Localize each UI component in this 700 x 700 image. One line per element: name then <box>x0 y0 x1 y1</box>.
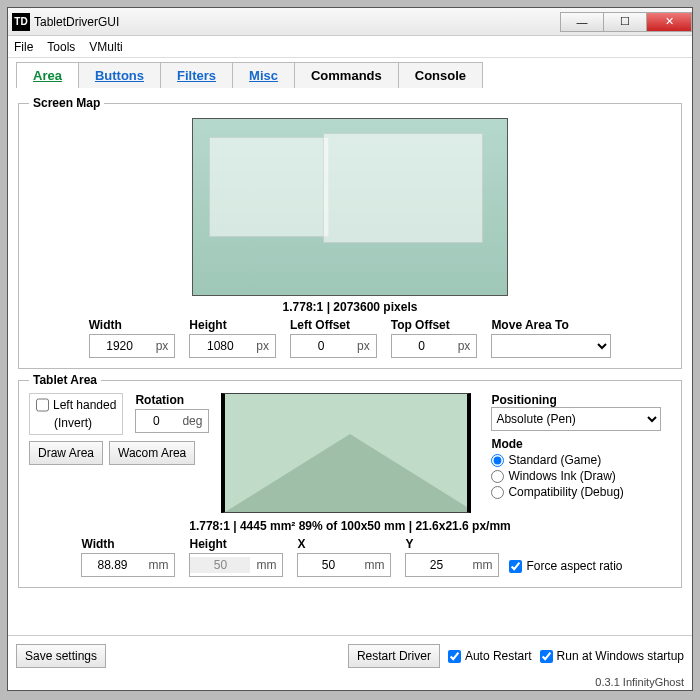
mode-compat-label: Compatibility (Debug) <box>508 485 623 499</box>
screen-map-legend: Screen Map <box>29 96 104 110</box>
version-label: 0.3.1 InfinityGhost <box>8 676 692 690</box>
screen-map-group: Screen Map 1.778:1 | 2073600 pixels Widt… <box>18 96 682 369</box>
top-offset-label: Top Offset <box>391 318 478 332</box>
mode-standard-label: Standard (Game) <box>508 453 601 467</box>
rotation-input[interactable] <box>136 413 176 429</box>
menu-vmulti[interactable]: VMulti <box>89 40 122 54</box>
mode-standard-radio[interactable] <box>491 454 504 467</box>
height-label: Height <box>189 318 276 332</box>
tablet-height-input[interactable] <box>190 557 250 573</box>
tab-buttons[interactable]: Buttons <box>78 62 161 88</box>
maximize-button[interactable]: ☐ <box>603 12 647 32</box>
app-icon: TD <box>12 13 30 31</box>
run-startup-label: Run at Windows startup <box>557 649 684 663</box>
tablet-area-group: Tablet Area Left handed (Invert) Rotatio… <box>18 373 682 588</box>
tablet-x-input[interactable] <box>298 557 358 573</box>
tablet-y-input[interactable] <box>406 557 466 573</box>
tablet-width-input[interactable] <box>82 557 142 573</box>
left-handed-checkbox[interactable] <box>36 398 49 412</box>
tab-filters[interactable]: Filters <box>160 62 233 88</box>
left-offset-label: Left Offset <box>290 318 377 332</box>
screen-preview[interactable] <box>192 118 508 296</box>
save-settings-button[interactable]: Save settings <box>16 644 106 668</box>
force-aspect-label: Force aspect ratio <box>526 559 622 573</box>
positioning-select[interactable]: Absolute (Pen) <box>491 407 661 431</box>
left-handed-label: Left handed <box>53 398 116 412</box>
left-handed-sublabel: (Invert) <box>54 416 92 430</box>
mode-label: Mode <box>491 437 661 451</box>
window-title: TabletDriverGUI <box>34 15 561 29</box>
tab-commands[interactable]: Commands <box>294 62 399 88</box>
menu-tools[interactable]: Tools <box>47 40 75 54</box>
mode-compat-radio[interactable] <box>491 486 504 499</box>
run-startup-checkbox[interactable] <box>540 650 553 663</box>
close-button[interactable]: ✕ <box>646 12 692 32</box>
draw-area-button[interactable]: Draw Area <box>29 441 103 465</box>
screen-height-input[interactable] <box>190 338 250 354</box>
move-area-label: Move Area To <box>491 318 611 332</box>
auto-restart-label: Auto Restart <box>465 649 532 663</box>
mode-windowsink-label: Windows Ink (Draw) <box>508 469 615 483</box>
minimize-button[interactable]: — <box>560 12 604 32</box>
auto-restart-checkbox[interactable] <box>448 650 461 663</box>
tab-misc[interactable]: Misc <box>232 62 295 88</box>
t-y-label: Y <box>405 537 499 551</box>
menu-file[interactable]: File <box>14 40 33 54</box>
tablet-caption: 1.778:1 | 4445 mm² 89% of 100x50 mm | 21… <box>29 519 671 533</box>
wacom-area-button[interactable]: Wacom Area <box>109 441 195 465</box>
restart-driver-button[interactable]: Restart Driver <box>348 644 440 668</box>
tab-console[interactable]: Console <box>398 62 483 88</box>
t-x-label: X <box>297 537 391 551</box>
screen-width-input[interactable] <box>90 338 150 354</box>
tablet-preview[interactable] <box>221 393 471 513</box>
positioning-label: Positioning <box>491 393 661 407</box>
tablet-area-legend: Tablet Area <box>29 373 101 387</box>
t-width-label: Width <box>81 537 175 551</box>
width-label: Width <box>89 318 176 332</box>
force-aspect-checkbox[interactable] <box>509 560 522 573</box>
unit-px: px <box>150 339 175 353</box>
rotation-label: Rotation <box>135 393 209 407</box>
tab-area[interactable]: Area <box>16 62 79 88</box>
left-offset-input[interactable] <box>291 338 351 354</box>
move-area-select[interactable] <box>491 334 611 358</box>
top-offset-input[interactable] <box>392 338 452 354</box>
t-height-label: Height <box>189 537 283 551</box>
screen-caption: 1.778:1 | 2073600 pixels <box>29 300 671 314</box>
mode-windowsink-radio[interactable] <box>491 470 504 483</box>
